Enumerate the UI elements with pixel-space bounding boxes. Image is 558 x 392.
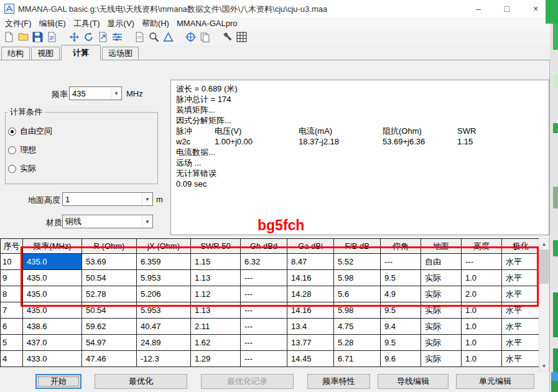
new-file-icon[interactable] xyxy=(2,30,16,44)
table-cell[interactable]: 47.46 xyxy=(82,351,137,367)
table-cell[interactable]: --- xyxy=(241,351,287,367)
tab-far-field[interactable]: 远场图 xyxy=(102,47,139,60)
table-cell[interactable]: 6.32 xyxy=(241,254,287,270)
table-cell[interactable]: 5.206 xyxy=(137,286,191,302)
table-cell[interactable]: 5.52 xyxy=(334,254,381,270)
table-cell[interactable]: 6 xyxy=(1,319,23,335)
table-cell[interactable]: 438.6 xyxy=(23,319,82,335)
menu-item-edit[interactable]: 编辑(E) xyxy=(35,17,70,29)
target-icon[interactable] xyxy=(184,30,198,44)
table-cell[interactable]: 自由 xyxy=(421,254,462,270)
minimize-button[interactable]: – xyxy=(464,0,493,17)
table-cell[interactable]: 8.47 xyxy=(287,254,334,270)
table-cell[interactable]: 1.0 xyxy=(462,270,502,286)
table-cell[interactable]: 1.15 xyxy=(191,254,241,270)
radio-real-ground[interactable]: 实际 xyxy=(8,164,36,174)
chevron-down-icon[interactable]: ▼ xyxy=(142,193,152,205)
table-cell[interactable]: 13.4 xyxy=(287,319,334,335)
table-cell[interactable]: 433.0 xyxy=(23,351,82,367)
table-cell[interactable]: 9.6 xyxy=(381,351,421,367)
table-cell[interactable]: 6.359 xyxy=(137,254,191,270)
table-cell[interactable]: 13.77 xyxy=(287,335,334,351)
optimize-log-button[interactable]: 最优化记录 xyxy=(201,374,294,389)
table-cell[interactable]: 水平 xyxy=(502,254,539,270)
table-cell[interactable]: 1.0 xyxy=(462,302,502,319)
table-cell[interactable]: --- xyxy=(241,270,287,286)
table-cell[interactable]: 24.89 xyxy=(137,335,191,351)
table-cell[interactable]: 59.62 xyxy=(82,319,137,335)
table-cell[interactable]: 435.0 xyxy=(23,286,82,302)
table-cell[interactable]: 1.13 xyxy=(191,270,241,286)
file-properties-icon[interactable] xyxy=(45,30,59,44)
table-cell[interactable]: 5.953 xyxy=(137,302,191,319)
grid-icon[interactable] xyxy=(235,30,249,44)
material-combobox[interactable]: 铜线 ▼ xyxy=(62,215,153,228)
frequency-combobox[interactable]: 435 ▼ xyxy=(69,86,122,100)
table-cell[interactable]: 14.16 xyxy=(287,302,334,319)
ground-height-combobox[interactable]: 1 ▼ xyxy=(62,192,153,206)
table-cell[interactable]: 1.0 xyxy=(462,351,502,367)
table-cell[interactable]: --- xyxy=(241,319,287,335)
table-cell[interactable]: 14.16 xyxy=(287,270,334,286)
table-cell[interactable]: 5.98 xyxy=(334,270,381,286)
table-cell[interactable]: 水平 xyxy=(502,335,539,351)
copy-icon[interactable] xyxy=(198,30,212,44)
table-cell[interactable]: 水平 xyxy=(502,286,539,302)
table-cell[interactable]: 9.5 xyxy=(381,302,421,319)
table-cell[interactable]: 437.0 xyxy=(23,335,82,351)
save-icon[interactable] xyxy=(30,30,45,44)
rotate-icon[interactable] xyxy=(81,30,96,44)
scrollbar-thumb[interactable] xyxy=(539,250,549,284)
radio-ideal-ground[interactable]: 理想 xyxy=(8,145,36,155)
table-cell[interactable]: 14.45 xyxy=(287,351,334,367)
chevron-down-icon[interactable]: ▼ xyxy=(142,215,152,228)
table-cell[interactable]: 水平 xyxy=(502,351,539,367)
scroll-up-icon[interactable]: ▲ xyxy=(539,239,549,249)
table-cell[interactable]: --- xyxy=(241,335,287,351)
tab-geometry[interactable]: 结构 xyxy=(1,47,30,60)
table-cell[interactable]: --- xyxy=(462,254,502,270)
table-cell[interactable]: 2.0 xyxy=(462,286,502,302)
table-cell[interactable]: 1.0 xyxy=(462,335,502,351)
table-cell[interactable]: 14.28 xyxy=(287,286,334,302)
table-cell[interactable]: 435.0 xyxy=(23,254,82,270)
table-cell[interactable]: 9.5 xyxy=(381,335,421,351)
table-cell[interactable]: 1.13 xyxy=(191,302,241,319)
optimize-button[interactable]: 最优化 xyxy=(95,374,187,389)
table-cell[interactable]: 1.0 xyxy=(462,319,502,335)
document-icon[interactable] xyxy=(133,30,147,44)
table-cell[interactable]: 2.11 xyxy=(191,319,241,335)
table-cell[interactable]: 4.9 xyxy=(381,286,421,302)
element-edit-button[interactable]: 单元编辑 xyxy=(456,374,534,389)
move-icon[interactable] xyxy=(67,30,81,44)
maximize-button[interactable]: □ xyxy=(493,0,521,17)
tab-view[interactable]: 视图 xyxy=(31,47,60,60)
table-cell[interactable]: 9.5 xyxy=(381,270,421,286)
fit-view-icon[interactable] xyxy=(96,30,110,44)
table-cell[interactable]: 5 xyxy=(1,335,23,351)
scroll-down-icon[interactable]: ▼ xyxy=(539,361,549,371)
table-cell[interactable]: 水平 xyxy=(502,319,539,335)
table-cell[interactable]: 5.98 xyxy=(334,302,381,319)
triangle-icon[interactable] xyxy=(161,30,175,44)
table-cell[interactable]: 实际 xyxy=(421,319,462,335)
start-button[interactable]: 开始 xyxy=(35,374,81,389)
menu-item-tools[interactable]: 工具(T) xyxy=(70,17,104,29)
table-cell[interactable]: 6.71 xyxy=(334,351,381,367)
table-cell[interactable]: 实际 xyxy=(421,286,462,302)
table-cell[interactable]: 5.28 xyxy=(334,335,381,351)
table-cell[interactable]: 水平 xyxy=(502,270,539,286)
table-cell[interactable]: 53.69 xyxy=(82,254,137,270)
table-cell[interactable]: 水平 xyxy=(502,302,539,319)
table-cell[interactable]: 52.78 xyxy=(82,286,137,302)
table-cell[interactable]: 1.62 xyxy=(191,335,241,351)
table-cell[interactable]: 435.0 xyxy=(23,270,82,286)
menu-item-help[interactable]: 帮助(H) xyxy=(138,17,173,29)
tools-icon[interactable] xyxy=(220,30,235,44)
table-cell[interactable]: 5.953 xyxy=(137,270,191,286)
table-cell[interactable]: --- xyxy=(241,302,287,319)
table-cell[interactable]: 5.6 xyxy=(334,286,381,302)
table-cell[interactable]: 1.12 xyxy=(191,286,241,302)
table-cell[interactable]: 4.75 xyxy=(334,319,381,335)
search-doc-icon[interactable] xyxy=(147,30,161,44)
